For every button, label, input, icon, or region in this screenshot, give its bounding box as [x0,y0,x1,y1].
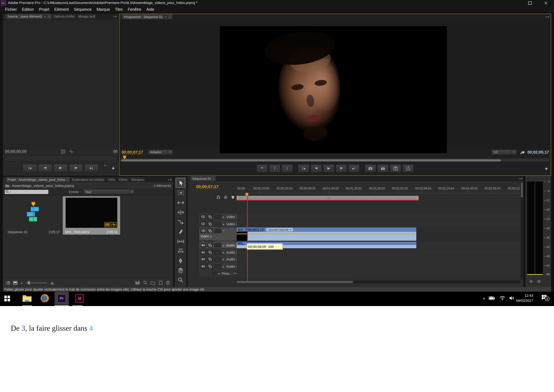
mark-in-button[interactable]: { [269,164,280,172]
panel-drag-handle[interactable] [120,15,122,19]
hand-tool[interactable] [176,266,185,275]
panel-drag-handle[interactable] [4,14,5,18]
menu-fenetre[interactable]: Fenêtre [125,7,144,11]
lock-toggle[interactable] [214,228,221,233]
lock-toggle[interactable] [212,271,217,276]
chevron-down-icon[interactable]: ▼ [164,15,168,19]
extract-button[interactable] [377,164,389,172]
program-scrollbar[interactable] [121,159,549,161]
step-forward-button[interactable]: |▶ [69,164,83,172]
menu-marque[interactable]: Marque [94,7,112,11]
ripple-edit-tool[interactable] [176,198,185,207]
collapse-arrow-icon[interactable]: ▶ [218,272,221,275]
new-bin-button[interactable] [151,281,155,285]
search-input[interactable]: ▼ [4,189,49,194]
collapse-arrow-icon[interactable]: ▶ [222,215,225,218]
lock-toggle[interactable] [214,214,221,219]
tab-infos[interactable]: Infos [106,177,117,182]
timeline-vscrollbar-thumb[interactable] [521,183,523,198]
menu-aide[interactable]: Aide [144,7,157,11]
menu-sequence[interactable]: Séquence [71,7,94,11]
new-item-button[interactable] [159,281,163,285]
entry-filter-dropdown[interactable]: Tout ▼ [83,189,135,195]
goto-out-button[interactable]: ▶} [348,164,360,172]
fit-dropdown[interactable]: Adapter ▼ [148,149,173,155]
notification-center-button[interactable]: 1 [541,294,548,300]
lock-toggle[interactable] [214,243,221,247]
sync-lock-icon[interactable] [207,256,213,261]
lock-toggle[interactable] [214,250,221,255]
playhead-line[interactable] [247,193,248,281]
mark-out-button[interactable]: } [281,164,293,172]
panel-drag-handle[interactable] [188,176,190,181]
program-timecode[interactable]: 00;00;07;17 [122,150,143,154]
collapse-arrow-icon[interactable]: ▶ [222,265,225,267]
clip-effect-dropdown[interactable]: Opacité:Opacité ▼ [266,228,293,231]
pen-tool[interactable] [176,256,185,265]
add-button-icon[interactable]: + [545,165,548,172]
goto-in-button[interactable]: {◀ [23,164,37,172]
timeline-hscrollbar-thumb[interactable] [237,281,353,283]
audio-badge-icon[interactable] [111,222,117,227]
close-tab-icon[interactable]: × [169,15,171,19]
tab-projet[interactable]: Projet : Assemblage_videos_pour_holos × [6,177,70,182]
track-content-audio-4[interactable] [237,263,520,269]
speaker-icon[interactable] [201,250,206,255]
goto-in-button[interactable]: {◀ [298,164,310,172]
settings-wrench-icon[interactable] [519,150,525,155]
find-button[interactable] [143,281,147,285]
chevron-down-icon[interactable]: ▼ [43,14,47,18]
sync-lock-icon[interactable] [207,264,213,269]
work-area-grip[interactable] [327,197,331,199]
program-scrollbar-thumb[interactable] [121,159,501,161]
timeline-hscrollbar[interactable] [237,281,520,283]
project-item-clip-selected[interactable]: MVI_7599.MOV 2:05:11 [63,196,120,235]
track-content-video-3[interactable] [237,213,520,220]
play-button[interactable]: ▶ [323,164,335,172]
add-button-icon[interactable]: + [112,165,115,171]
timeline-ruler[interactable]: 00;00 00;00;16;00 00;00;32;00 00;00;48;0… [237,185,520,193]
panel-drag-handle[interactable] [4,178,5,182]
clip-video-body[interactable] [237,232,416,241]
thumbnail-zoom-slider[interactable] [26,282,47,283]
close-tab-icon[interactable]: × [66,178,68,181]
zoom-in-large-icon[interactable] [50,281,55,285]
indesign-taskbar-button[interactable]: Id [72,292,87,305]
eye-icon[interactable] [201,214,206,219]
set-encore-marker-button[interactable] [223,195,228,200]
timeline-vscrollbar[interactable] [521,182,523,280]
project-item-sequence[interactable]: Séquence 01 2;05;17 [5,196,62,235]
lock-toggle[interactable] [214,222,221,226]
close-tab-icon[interactable]: × [48,14,50,18]
play-button[interactable]: ▶ [53,164,68,172]
file-explorer-button[interactable] [22,294,32,302]
export-frame-button[interactable] [390,164,401,172]
delete-button[interactable] [166,281,170,285]
lift-button[interactable] [365,164,376,172]
menu-element[interactable]: Elément [52,7,71,11]
slip-tool[interactable] [176,237,185,246]
panel-menu-button[interactable]: ▼≡ [544,14,551,20]
add-marker-button[interactable]: ▼ [256,164,268,172]
source-timecode[interactable]: 00;00;00;00 [5,149,27,154]
tab-source[interactable]: Source : (sans élément) ▼ × [6,14,52,19]
item-name[interactable]: MVI_7599.MOV [65,230,89,234]
work-area-start-handle[interactable] [237,196,238,200]
battery-icon[interactable] [489,296,495,300]
zoom-dropdown[interactable]: 1/2 ▼ [491,149,517,155]
menu-projet[interactable]: Projet [36,7,52,11]
overflow-chevron-icon[interactable]: » [104,163,106,167]
goto-out-button[interactable]: ▶} [84,164,99,172]
waveform-icon[interactable] [69,149,74,154]
lock-toggle[interactable] [214,264,221,269]
work-area-end-handle[interactable] [417,196,418,200]
list-view-button[interactable] [5,281,10,285]
step-forward-button[interactable]: |▶ [336,164,347,172]
program-playhead-icon[interactable] [123,155,126,160]
step-back-button[interactable]: ◀| [38,164,52,172]
sync-lock-icon[interactable] [207,250,213,255]
taskbar-clock[interactable]: 12:43 06/02/2017 [516,293,533,303]
track-content-audio-2[interactable] [237,249,520,255]
close-tab-icon[interactable]: × [212,177,214,180]
solo-right-button[interactable]: S [536,279,542,284]
